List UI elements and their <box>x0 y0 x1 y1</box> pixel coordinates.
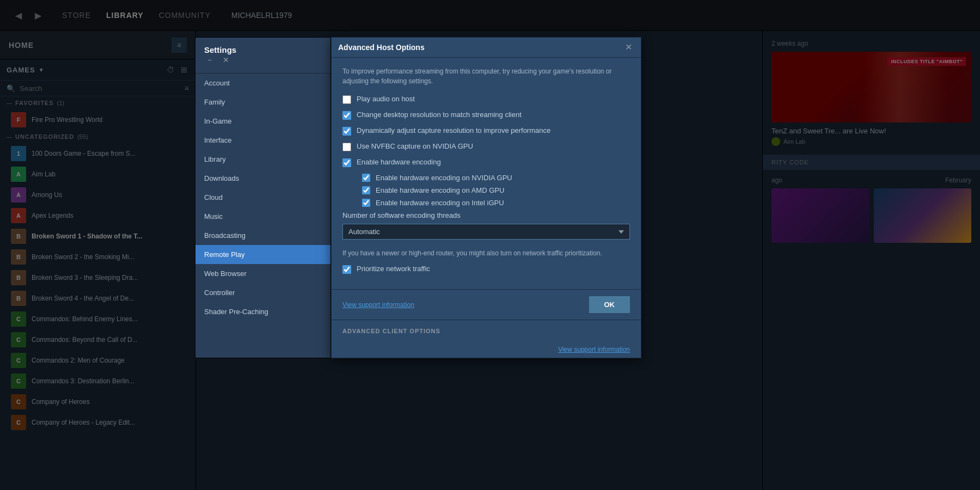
hw-intel-checkbox[interactable] <box>362 199 370 207</box>
settings-item-library[interactable]: Library <box>195 150 330 169</box>
settings-item-remoteplay[interactable]: Remote Play <box>195 245 330 264</box>
change-desktop-checkbox[interactable] <box>342 111 351 120</box>
window-controls: − ✕ <box>204 54 322 65</box>
minimize-button[interactable]: − <box>204 54 215 65</box>
play-audio-row: Play audio on host <box>342 95 630 104</box>
dialog-title-bar: Advanced Host Options ✕ <box>332 38 641 58</box>
settings-item-cloud[interactable]: Cloud <box>195 188 330 207</box>
threads-dropdown[interactable]: Automatic 1 2 4 8 <box>342 224 630 240</box>
sub-checkboxes: Enable hardware encoding on NVIDIA GPU E… <box>362 174 630 207</box>
settings-item-ingame[interactable]: In-Game <box>195 112 330 131</box>
nvfbc-label[interactable]: Use NVFBC capture on NVIDIA GPU <box>357 142 473 150</box>
dialog-body: To improve performance streaming from th… <box>332 58 641 289</box>
settings-item-broadcasting[interactable]: Broadcasting <box>195 226 330 245</box>
settings-item-music[interactable]: Music <box>195 207 330 226</box>
network-description: If you have a newer or high-end router, … <box>342 248 630 258</box>
dialog-description: To improve performance streaming from th… <box>342 66 630 86</box>
dialog-footer: View support information OK <box>332 289 641 320</box>
dialog-close-button[interactable]: ✕ <box>623 42 634 53</box>
view-support-bottom[interactable]: View support information <box>332 341 641 358</box>
prioritize-label[interactable]: Prioritize network traffic <box>357 265 430 273</box>
change-desktop-label[interactable]: Change desktop resolution to match strea… <box>357 111 522 119</box>
settings-item-family[interactable]: Family <box>195 93 330 112</box>
prioritize-checkbox[interactable] <box>342 265 351 274</box>
nvfbc-row: Use NVFBC capture on NVIDIA GPU <box>342 142 630 151</box>
advanced-dialog: Advanced Host Options ✕ To improve perfo… <box>331 37 641 358</box>
hw-amd-checkbox[interactable] <box>362 186 370 194</box>
hw-encoding-checkbox[interactable] <box>342 158 351 167</box>
hw-intel-row: Enable hardware encoding on Intel iGPU <box>362 199 630 207</box>
threads-label: Number of software encoding threads <box>342 211 630 219</box>
prioritize-row: Prioritize network traffic <box>342 265 630 274</box>
modal-container: Settings − ✕ Account Family In-Game Inte… <box>195 37 641 358</box>
settings-item-downloads[interactable]: Downloads <box>195 169 330 188</box>
settings-window: Settings − ✕ Account Family In-Game Inte… <box>195 37 331 358</box>
close-window-button[interactable]: ✕ <box>219 54 232 65</box>
hw-nvidia-checkbox[interactable] <box>362 174 370 182</box>
hw-encoding-row: Enable hardware encoding <box>342 158 630 167</box>
advanced-client-label: ADVANCED CLIENT OPTIONS <box>342 328 440 334</box>
settings-item-controller[interactable]: Controller <box>195 283 330 302</box>
settings-item-interface[interactable]: Interface <box>195 131 330 150</box>
settings-item-webbrowser[interactable]: Web Browser <box>195 264 330 283</box>
play-audio-checkbox[interactable] <box>342 95 351 104</box>
support-link[interactable]: View support information <box>342 301 414 309</box>
settings-window-header: Settings − ✕ <box>195 38 330 74</box>
dynamic-adjust-checkbox[interactable] <box>342 127 351 136</box>
play-audio-label[interactable]: Play audio on host <box>357 95 415 103</box>
hw-encoding-label[interactable]: Enable hardware encoding <box>357 158 441 166</box>
dynamic-adjust-row: Dynamically adjust capture resolution to… <box>342 126 630 136</box>
change-desktop-row: Change desktop resolution to match strea… <box>342 111 630 120</box>
advanced-client-section: ADVANCED CLIENT OPTIONS <box>332 320 641 341</box>
hw-amd-label[interactable]: Enable hardware encoding on AMD GPU <box>376 186 504 194</box>
hw-intel-label[interactable]: Enable hardware encoding on Intel iGPU <box>376 199 504 207</box>
settings-menu: Account Family In-Game Interface Library… <box>195 74 330 358</box>
nvfbc-checkbox[interactable] <box>342 143 351 151</box>
dynamic-adjust-label[interactable]: Dynamically adjust capture resolution to… <box>357 126 550 134</box>
settings-item-shader[interactable]: Shader Pre-Caching <box>195 302 330 321</box>
ok-button[interactable]: OK <box>589 296 630 313</box>
hw-amd-row: Enable hardware encoding on AMD GPU <box>362 186 630 194</box>
hw-nvidia-label[interactable]: Enable hardware encoding on NVIDIA GPU <box>376 174 512 182</box>
threads-section: Number of software encoding threads Auto… <box>342 211 630 240</box>
settings-title: Settings <box>204 45 236 54</box>
dialog-title: Advanced Host Options <box>338 43 425 52</box>
settings-item-account[interactable]: Account <box>195 74 330 93</box>
hw-nvidia-row: Enable hardware encoding on NVIDIA GPU <box>362 174 630 182</box>
